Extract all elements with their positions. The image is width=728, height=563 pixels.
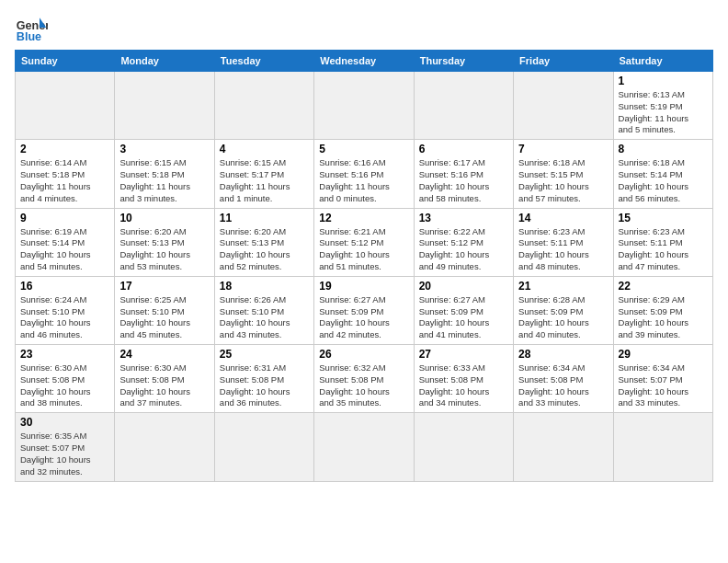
weekday-header-friday: Friday — [514, 51, 613, 72]
weekday-header-sunday: Sunday — [16, 51, 115, 72]
day-info: Sunrise: 6:20 AM Sunset: 5:13 PM Dayligh… — [119, 226, 209, 273]
calendar-cell: 25Sunrise: 6:31 AM Sunset: 5:08 PM Dayli… — [214, 345, 313, 413]
week-row-2: 9Sunrise: 6:19 AM Sunset: 5:14 PM Daylig… — [16, 208, 713, 276]
day-info: Sunrise: 6:21 AM Sunset: 5:12 PM Dayligh… — [319, 226, 408, 273]
day-info: Sunrise: 6:18 AM Sunset: 5:15 PM Dayligh… — [518, 157, 608, 204]
calendar-cell: 28Sunrise: 6:34 AM Sunset: 5:08 PM Dayli… — [514, 345, 613, 413]
calendar-cell: 6Sunrise: 6:17 AM Sunset: 5:16 PM Daylig… — [414, 140, 513, 208]
calendar-cell: 17Sunrise: 6:25 AM Sunset: 5:10 PM Dayli… — [115, 276, 214, 344]
calendar-cell: 18Sunrise: 6:26 AM Sunset: 5:10 PM Dayli… — [214, 276, 313, 344]
day-number: 24 — [119, 348, 209, 361]
calendar-cell: 19Sunrise: 6:27 AM Sunset: 5:09 PM Dayli… — [314, 276, 414, 344]
day-info: Sunrise: 6:30 AM Sunset: 5:08 PM Dayligh… — [119, 362, 209, 409]
calendar-cell — [314, 413, 414, 481]
calendar-cell — [414, 413, 513, 481]
calendar-cell — [115, 413, 214, 481]
week-row-5: 30Sunrise: 6:35 AM Sunset: 5:07 PM Dayli… — [16, 413, 713, 481]
calendar-cell: 10Sunrise: 6:20 AM Sunset: 5:13 PM Dayli… — [115, 208, 214, 276]
calendar-cell: 7Sunrise: 6:18 AM Sunset: 5:15 PM Daylig… — [514, 140, 613, 208]
calendar-cell: 24Sunrise: 6:30 AM Sunset: 5:08 PM Dayli… — [115, 345, 214, 413]
calendar-cell: 12Sunrise: 6:21 AM Sunset: 5:12 PM Dayli… — [314, 208, 414, 276]
day-info: Sunrise: 6:34 AM Sunset: 5:07 PM Dayligh… — [619, 362, 708, 409]
weekday-header-wednesday: Wednesday — [314, 51, 414, 72]
day-number: 5 — [319, 143, 408, 155]
day-number: 23 — [20, 348, 109, 361]
weekday-header-thursday: Thursday — [414, 51, 513, 72]
day-info: Sunrise: 6:34 AM Sunset: 5:08 PM Dayligh… — [518, 362, 608, 409]
day-number: 27 — [419, 348, 508, 361]
calendar-cell: 11Sunrise: 6:20 AM Sunset: 5:13 PM Dayli… — [214, 208, 313, 276]
weekday-header-row: SundayMondayTuesdayWednesdayThursdayFrid… — [16, 51, 713, 72]
day-number: 25 — [220, 348, 309, 361]
calendar-cell: 4Sunrise: 6:15 AM Sunset: 5:17 PM Daylig… — [214, 140, 313, 208]
calendar-cell: 21Sunrise: 6:28 AM Sunset: 5:09 PM Dayli… — [514, 276, 613, 344]
day-info: Sunrise: 6:16 AM Sunset: 5:16 PM Dayligh… — [319, 157, 408, 204]
calendar-cell — [514, 413, 613, 481]
day-info: Sunrise: 6:28 AM Sunset: 5:09 PM Dayligh… — [518, 294, 608, 341]
day-number: 26 — [319, 348, 408, 361]
day-number: 14 — [518, 212, 608, 224]
calendar-cell: 8Sunrise: 6:18 AM Sunset: 5:14 PM Daylig… — [613, 140, 712, 208]
calendar-cell: 26Sunrise: 6:32 AM Sunset: 5:08 PM Dayli… — [314, 345, 414, 413]
calendar-cell: 5Sunrise: 6:16 AM Sunset: 5:16 PM Daylig… — [314, 140, 414, 208]
weekday-header-saturday: Saturday — [613, 51, 712, 72]
page: General Blue SundayMondayTuesdayWednesda… — [0, 0, 728, 489]
day-number: 18 — [220, 280, 309, 293]
day-info: Sunrise: 6:23 AM Sunset: 5:11 PM Dayligh… — [619, 226, 708, 273]
day-number: 2 — [20, 143, 109, 155]
day-info: Sunrise: 6:24 AM Sunset: 5:10 PM Dayligh… — [20, 294, 109, 341]
weekday-header-monday: Monday — [115, 51, 214, 72]
calendar-cell: 22Sunrise: 6:29 AM Sunset: 5:09 PM Dayli… — [613, 276, 712, 344]
calendar-cell: 23Sunrise: 6:30 AM Sunset: 5:08 PM Dayli… — [16, 345, 115, 413]
day-info: Sunrise: 6:15 AM Sunset: 5:18 PM Dayligh… — [119, 157, 209, 204]
day-number: 22 — [619, 280, 708, 293]
calendar-cell: 3Sunrise: 6:15 AM Sunset: 5:18 PM Daylig… — [115, 140, 214, 208]
day-number: 7 — [518, 143, 608, 155]
header: General Blue — [15, 11, 713, 44]
day-number: 10 — [119, 212, 209, 224]
day-info: Sunrise: 6:17 AM Sunset: 5:16 PM Dayligh… — [419, 157, 508, 204]
day-number: 21 — [518, 280, 608, 293]
day-info: Sunrise: 6:19 AM Sunset: 5:14 PM Dayligh… — [20, 226, 109, 273]
week-row-1: 2Sunrise: 6:14 AM Sunset: 5:18 PM Daylig… — [16, 140, 713, 208]
day-info: Sunrise: 6:27 AM Sunset: 5:09 PM Dayligh… — [319, 294, 408, 341]
calendar-cell — [214, 72, 313, 140]
svg-text:Blue: Blue — [17, 30, 41, 43]
calendar-table: SundayMondayTuesdayWednesdayThursdayFrid… — [15, 50, 713, 482]
day-number: 15 — [619, 212, 708, 224]
day-number: 3 — [119, 143, 209, 155]
calendar-cell: 20Sunrise: 6:27 AM Sunset: 5:09 PM Dayli… — [414, 276, 513, 344]
day-number: 8 — [619, 143, 708, 155]
day-number: 29 — [619, 348, 708, 361]
day-number: 13 — [419, 212, 508, 224]
weekday-header-tuesday: Tuesday — [214, 51, 313, 72]
day-info: Sunrise: 6:14 AM Sunset: 5:18 PM Dayligh… — [20, 157, 109, 204]
calendar-cell: 27Sunrise: 6:33 AM Sunset: 5:08 PM Dayli… — [414, 345, 513, 413]
day-info: Sunrise: 6:33 AM Sunset: 5:08 PM Dayligh… — [419, 362, 508, 409]
day-number: 20 — [419, 280, 508, 293]
calendar-cell — [214, 413, 313, 481]
day-info: Sunrise: 6:20 AM Sunset: 5:13 PM Dayligh… — [220, 226, 309, 273]
week-row-3: 16Sunrise: 6:24 AM Sunset: 5:10 PM Dayli… — [16, 276, 713, 344]
calendar-cell: 2Sunrise: 6:14 AM Sunset: 5:18 PM Daylig… — [16, 140, 115, 208]
calendar-cell: 30Sunrise: 6:35 AM Sunset: 5:07 PM Dayli… — [16, 413, 115, 481]
day-info: Sunrise: 6:13 AM Sunset: 5:19 PM Dayligh… — [619, 89, 708, 136]
calendar-cell — [613, 413, 712, 481]
calendar-cell: 15Sunrise: 6:23 AM Sunset: 5:11 PM Dayli… — [613, 208, 712, 276]
day-number: 4 — [220, 143, 309, 155]
day-info: Sunrise: 6:18 AM Sunset: 5:14 PM Dayligh… — [619, 157, 708, 204]
day-info: Sunrise: 6:35 AM Sunset: 5:07 PM Dayligh… — [20, 431, 109, 477]
day-info: Sunrise: 6:25 AM Sunset: 5:10 PM Dayligh… — [119, 294, 209, 341]
logo: General Blue — [15, 11, 48, 44]
day-number: 6 — [419, 143, 508, 155]
day-info: Sunrise: 6:23 AM Sunset: 5:11 PM Dayligh… — [518, 226, 608, 273]
day-number: 19 — [319, 280, 408, 293]
day-info: Sunrise: 6:31 AM Sunset: 5:08 PM Dayligh… — [220, 362, 309, 409]
calendar-cell: 1Sunrise: 6:13 AM Sunset: 5:19 PM Daylig… — [613, 72, 712, 140]
day-info: Sunrise: 6:32 AM Sunset: 5:08 PM Dayligh… — [319, 362, 408, 409]
day-number: 12 — [319, 212, 408, 224]
day-info: Sunrise: 6:22 AM Sunset: 5:12 PM Dayligh… — [419, 226, 508, 273]
logo-icon: General Blue — [15, 11, 48, 44]
day-number: 28 — [518, 348, 608, 361]
day-number: 16 — [20, 280, 109, 293]
